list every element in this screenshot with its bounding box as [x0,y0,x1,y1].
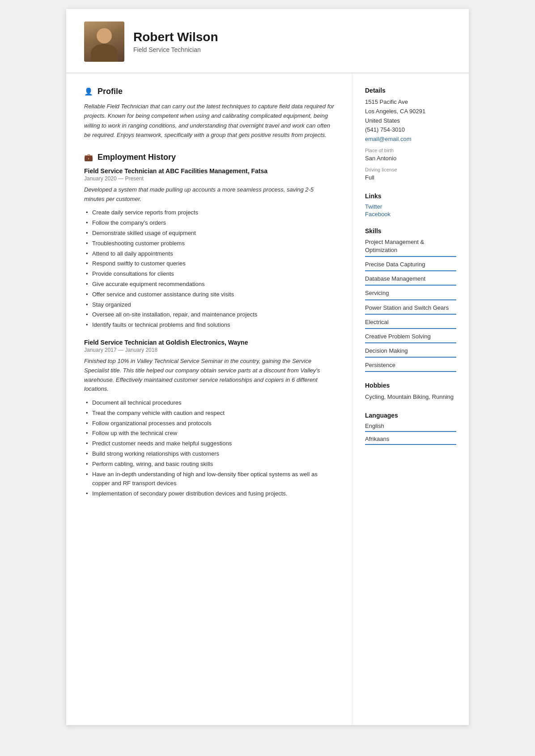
skill-name: Creative Problem Solving [365,333,456,341]
list-item: Attend to all daily appointments [84,249,334,259]
list-item: Demonstrate skilled usage of equipment [84,229,334,238]
skill-name: Project Management & Optimization [365,238,456,254]
header: Robert Wilson Field Service Technician [66,9,469,73]
candidate-title: Field Service Technician [133,46,451,53]
employment-icon: 💼 [84,153,93,162]
skill-item: Persistence [365,361,456,372]
job-1-title: Field Service Technician at ABC Faciliti… [84,167,334,175]
language-name: English [365,423,456,429]
list-item: Follow the company's orders [84,218,334,228]
languages-section: Languages EnglishAfrikaans [365,412,456,445]
details-phone: (541) 754-3010 [365,125,456,135]
language-bar [365,431,456,432]
skill-bar [365,270,456,271]
skill-bar [365,299,456,300]
skill-bar [365,314,456,315]
languages-title: Languages [365,412,456,419]
resume-document: Robert Wilson Field Service Technician 👤… [66,9,469,725]
job-2-bullets: Document all technical proceduresTreat t… [84,398,334,499]
details-license-label: Driving license [365,167,456,172]
details-birth-label: Place of birth [365,148,456,153]
job-1: Field Service Technician at ABC Faciliti… [84,167,334,330]
details-license-value: Full [365,173,456,183]
profile-section-title: 👤 Profile [84,87,334,96]
language-name: Afrikaans [365,436,456,442]
hobbies-title: Hobbies [365,382,456,389]
languages-list: EnglishAfrikaans [365,423,456,445]
employment-section-title: 💼 Employment History [84,153,334,162]
job-2-dates: January 2017 — January 2018 [84,347,334,353]
job-2: Field Service Technician at Goldish Elec… [84,339,334,499]
links-title: Links [365,192,456,200]
list-item: Have an in-depth understanding of high a… [84,470,334,489]
skill-bar [365,342,456,343]
details-section: Details 1515 Pacific Ave Los Angeles, CA… [365,87,456,183]
skill-bar [365,285,456,286]
job-1-dates: January 2020 — Present [84,175,334,182]
links-section: Links TwitterFacebook [365,192,456,218]
job-2-desc: Finished top 10% in Valley Technical Ser… [84,357,334,394]
skills-section: Skills Project Management & Optimization… [365,227,456,372]
list-item: Perform cabling, wiring, and basic routi… [84,460,334,469]
list-item: Offer service and customer assistance du… [84,290,334,299]
hobbies-section: Hobbies Cycling, Mountain Biking, Runnin… [365,382,456,402]
skill-item: Servicing [365,289,456,300]
job-1-bullets: Create daily service reports from projec… [84,208,334,330]
list-item: Stay organized [84,300,334,310]
skill-bar [365,256,456,257]
skill-name: Precise Data Capturing [365,261,456,269]
list-item: Follow up with the technical crew [84,429,334,438]
job-1-desc: Developed a system that made pulling up … [84,185,334,204]
sidebar-link-item[interactable]: Facebook [365,211,456,218]
list-item: Respond swiftly to customer queries [84,259,334,269]
sidebar: Details 1515 Pacific Ave Los Angeles, CA… [352,73,469,725]
list-item: Document all technical procedures [84,398,334,408]
details-title: Details [365,87,456,94]
list-item: Provide consultations for clients [84,269,334,279]
skill-name: Electrical [365,318,456,326]
main-content: 👤 Profile Reliable Field Technician that… [66,73,352,725]
details-birth-value: San Antonio [365,154,456,163]
skills-title: Skills [365,227,456,235]
profile-text: Reliable Field Technician that can carry… [84,102,334,140]
skill-name: Decision Making [365,347,456,355]
skill-item: Project Management & Optimization [365,238,456,257]
skill-name: Power Station and Switch Gears [365,304,456,312]
job-2-title: Field Service Technician at Goldish Elec… [84,339,334,346]
details-email: email@email.com [365,135,456,144]
skill-item: Database Management [365,275,456,286]
links-list: TwitterFacebook [365,203,456,218]
skill-name: Persistence [365,361,456,369]
language-item: Afrikaans [365,436,456,445]
list-item: Build strong working relationships with … [84,449,334,459]
skill-bar [365,328,456,329]
skill-item: Decision Making [365,347,456,358]
skill-name: Servicing [365,289,456,297]
skill-name: Database Management [365,275,456,283]
skill-bar [365,357,456,358]
profile-icon: 👤 [84,87,93,96]
list-item: Predict customer needs and make helpful … [84,439,334,448]
list-item: Identify faults or technical problems an… [84,320,334,330]
skill-item: Electrical [365,318,456,329]
details-address-2: Los Angeles, CA 90291 [365,107,456,116]
skill-item: Power Station and Switch Gears [365,304,456,315]
list-item: Oversee all on-site installation, repair… [84,310,334,320]
candidate-name: Robert Wilson [133,30,451,44]
header-info: Robert Wilson Field Service Technician [133,30,451,53]
skill-bar [365,371,456,372]
list-item: Follow organizational processes and prot… [84,419,334,428]
skills-list: Project Management & OptimizationPrecise… [365,238,456,372]
list-item: Troubleshooting customer problems [84,239,334,248]
list-item: Treat the company vehicle with caution a… [84,409,334,418]
employment-section: 💼 Employment History Field Service Techn… [84,153,334,499]
details-address-3: United States [365,116,456,126]
skill-item: Precise Data Capturing [365,261,456,271]
avatar [84,21,124,62]
skill-item: Creative Problem Solving [365,333,456,343]
profile-section: 👤 Profile Reliable Field Technician that… [84,87,334,140]
language-bar [365,444,456,445]
sidebar-link-item[interactable]: Twitter [365,203,456,210]
list-item: Give accurate equipment recommendations [84,280,334,289]
language-item: English [365,423,456,432]
